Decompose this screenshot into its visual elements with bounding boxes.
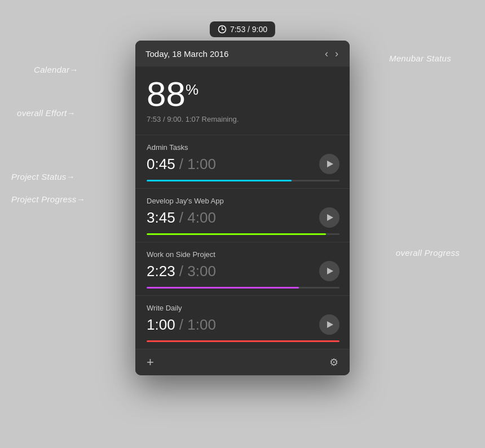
nav-prev-button[interactable]: ‹ <box>324 48 329 59</box>
progress-bar-fill <box>147 233 326 235</box>
progress-bar-container <box>147 340 340 342</box>
project-name: Write Daily <box>147 304 340 312</box>
header-nav: ‹ › <box>324 48 340 59</box>
project-time: 1:00 / 1:00 <box>147 316 216 334</box>
annotation-project-status: Project Status→ <box>11 172 75 181</box>
project-current-time: 3:45 <box>147 209 175 226</box>
popup-footer: + ⚙ <box>135 349 350 375</box>
project-goal-time: 1:00 <box>187 316 216 333</box>
project-play-button[interactable] <box>319 261 340 281</box>
project-time-row: 3:45 / 4:00 <box>147 207 340 228</box>
play-icon <box>327 214 333 221</box>
project-name: Work on Side Project <box>147 250 340 259</box>
project-goal-time: 4:00 <box>187 209 216 226</box>
play-icon <box>327 321 333 328</box>
project-play-button[interactable] <box>319 207 340 228</box>
projects-section: Admin Tasks 0:45 / 1:00 Develop Jay's We… <box>135 135 350 349</box>
add-project-button[interactable]: + <box>147 356 154 369</box>
project-item: Admin Tasks 0:45 / 1:00 <box>135 135 350 189</box>
project-current-time: 2:23 <box>147 263 175 280</box>
nav-next-button[interactable]: › <box>334 48 340 59</box>
annotation-calendar: Calendar→ <box>34 65 78 74</box>
annotation-overall-progress: overall Progress <box>396 248 460 258</box>
project-play-button[interactable] <box>319 154 340 174</box>
header-date: Today, 18 March 2016 <box>146 49 228 59</box>
project-current-time: 1:00 <box>147 316 175 333</box>
overall-section: 88% 7:53 / 9:00. 1:07 Remaining. <box>135 66 350 135</box>
project-item: Write Daily 1:00 / 1:00 <box>135 296 350 349</box>
project-time: 2:23 / 3:00 <box>147 263 216 280</box>
project-time: 0:45 / 1:00 <box>147 156 216 173</box>
project-name: Develop Jay's Web App <box>147 197 340 205</box>
popup-header: Today, 18 March 2016 ‹ › <box>135 41 350 66</box>
menubar-label: 7:53 / 9:00 <box>230 25 267 34</box>
progress-bar-container <box>147 180 340 181</box>
clock-icon <box>218 25 227 34</box>
progress-bar-fill <box>147 287 299 289</box>
percent-symbol: % <box>186 82 199 97</box>
project-time-row: 0:45 / 1:00 <box>147 154 340 174</box>
project-name: Admin Tasks <box>147 143 340 152</box>
overall-percent-display: 88% <box>147 77 338 112</box>
project-goal-time: 1:00 <box>187 156 216 172</box>
project-item: Develop Jay's Web App 3:45 / 4:00 <box>135 189 350 242</box>
progress-bar-fill <box>147 180 292 181</box>
main-popup: Today, 18 March 2016 ‹ › 88% 7:53 / 9:00… <box>135 41 350 375</box>
project-play-button[interactable] <box>319 314 340 335</box>
play-icon <box>327 161 333 167</box>
annotation-menubar-status: Menubar Status <box>389 54 451 63</box>
settings-button[interactable]: ⚙ <box>329 357 338 367</box>
progress-bar-fill <box>147 340 340 342</box>
overall-detail: 7:53 / 9:00. 1:07 Remaining. <box>147 115 338 123</box>
project-time-row: 1:00 / 1:00 <box>147 314 340 335</box>
project-time-row: 2:23 / 3:00 <box>147 261 340 281</box>
project-goal-time: 3:00 <box>187 263 216 280</box>
annotation-overall-effort: overall Effort→ <box>17 108 76 118</box>
progress-bar-container <box>147 287 340 289</box>
overall-percent-value: 88 <box>147 77 186 112</box>
annotation-project-progress: Project Progress→ <box>11 194 85 204</box>
project-item: Work on Side Project 2:23 / 3:00 <box>135 242 350 296</box>
progress-bar-container <box>147 233 340 235</box>
play-icon <box>327 268 333 274</box>
project-time: 3:45 / 4:00 <box>147 209 216 227</box>
menubar-pill: 7:53 / 9:00 <box>210 21 275 37</box>
project-current-time: 0:45 <box>147 156 175 172</box>
